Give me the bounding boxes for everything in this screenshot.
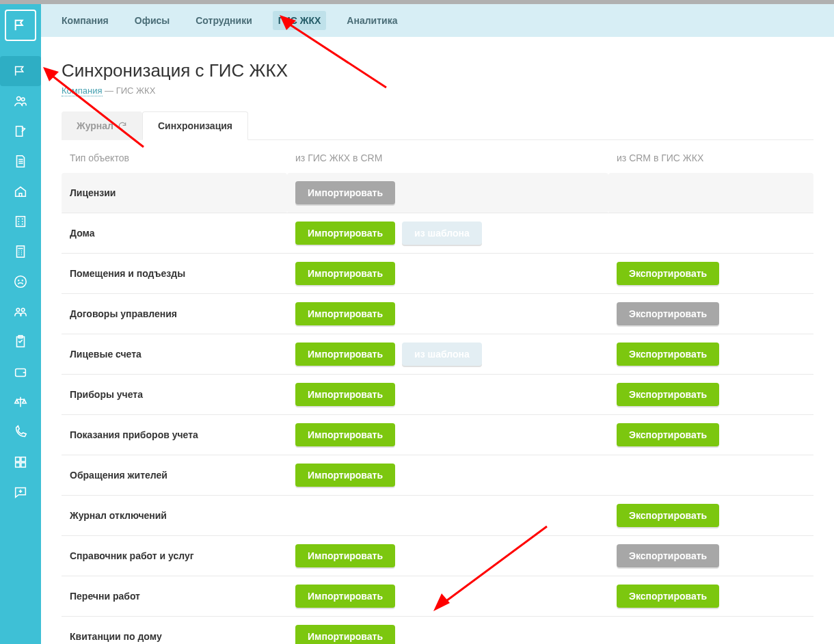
table-row: ЛицензииИмпортировать bbox=[62, 173, 813, 213]
import-button[interactable]: Импортировать bbox=[295, 222, 395, 245]
topnav-аналитика[interactable]: Аналитика bbox=[341, 11, 403, 30]
left-rail bbox=[0, 4, 41, 644]
col-import: из ГИС ЖКХ в CRM bbox=[287, 140, 608, 173]
template-button[interactable]: из шаблона bbox=[402, 222, 482, 245]
svg-point-5 bbox=[18, 280, 19, 281]
sync-table: Тип объектов из ГИС ЖКХ в CRM из CRM в Г… bbox=[62, 140, 813, 644]
table-row: Журнал отключенийЭкспортировать bbox=[62, 496, 813, 536]
tabs: ЖурналСинхронизация bbox=[62, 111, 813, 140]
svg-point-0 bbox=[17, 97, 21, 101]
svg-rect-14 bbox=[16, 463, 20, 467]
rail-document-icon[interactable] bbox=[0, 146, 41, 176]
export-button: Экспортировать bbox=[617, 544, 719, 567]
row-name: Перечни работ bbox=[62, 576, 287, 617]
top-shade bbox=[0, 0, 834, 4]
svg-rect-2 bbox=[16, 217, 25, 227]
table-row: Обращения жителейИмпортировать bbox=[62, 455, 813, 496]
breadcrumb: Компания — ГИС ЖКХ bbox=[62, 85, 813, 96]
import-button[interactable]: Импортировать bbox=[295, 383, 395, 406]
row-name: Справочник работ и услуг bbox=[62, 536, 287, 576]
refresh-icon bbox=[118, 121, 127, 131]
import-button: Импортировать bbox=[295, 181, 395, 204]
table-row: Квитанции по домуИмпортировать bbox=[62, 617, 813, 645]
page-body: Синхронизация с ГИС ЖКХ Компания — ГИС Ж… bbox=[41, 37, 834, 644]
page-title: Синхронизация с ГИС ЖКХ bbox=[62, 60, 813, 81]
export-button[interactable]: Экспортировать bbox=[617, 262, 719, 285]
rail-dashboard-icon[interactable] bbox=[0, 447, 41, 477]
rail-house-icon[interactable] bbox=[0, 176, 41, 206]
topnav-компания[interactable]: Компания bbox=[56, 11, 114, 30]
table-row: Перечни работИмпортироватьЭкспортировать bbox=[62, 576, 813, 617]
import-button[interactable]: Импортировать bbox=[295, 423, 395, 446]
import-button[interactable]: Импортировать bbox=[295, 343, 395, 366]
rail-company-icon[interactable] bbox=[0, 56, 41, 86]
template-button[interactable]: из шаблона bbox=[402, 343, 482, 366]
export-button[interactable]: Экспортировать bbox=[617, 585, 719, 608]
rail-calculator-icon[interactable] bbox=[0, 237, 41, 267]
app-logo[interactable] bbox=[5, 10, 36, 41]
row-name: Квитанции по дому bbox=[62, 617, 287, 645]
table-row: Лицевые счетаИмпортироватьиз шаблонаЭксп… bbox=[62, 334, 813, 375]
rail-people-icon[interactable] bbox=[0, 297, 41, 327]
svg-rect-12 bbox=[16, 457, 20, 461]
breadcrumb-current: ГИС ЖКХ bbox=[116, 85, 156, 96]
import-button[interactable]: Импортировать bbox=[295, 302, 395, 325]
table-row: Договоры управленияИмпортироватьЭкспорти… bbox=[62, 294, 813, 334]
row-name: Приборы учета bbox=[62, 375, 287, 415]
import-button[interactable]: Импортировать bbox=[295, 585, 395, 608]
svg-rect-13 bbox=[21, 457, 25, 461]
top-nav: КомпанияОфисыСотрудникиГИС ЖКХАналитика bbox=[41, 4, 834, 37]
rail-wallet-icon[interactable] bbox=[0, 357, 41, 387]
breadcrumb-link[interactable]: Компания bbox=[62, 85, 103, 96]
rail-building-icon[interactable] bbox=[0, 206, 41, 237]
svg-point-6 bbox=[22, 280, 23, 281]
rail-sad-face-icon[interactable] bbox=[0, 267, 41, 297]
app-root: КомпанияОфисыСотрудникиГИС ЖКХАналитика … bbox=[0, 0, 834, 644]
row-name: Лицензии bbox=[62, 173, 287, 213]
row-name: Журнал отключений bbox=[62, 496, 287, 536]
import-button[interactable]: Импортировать bbox=[295, 625, 395, 644]
row-name: Дома bbox=[62, 213, 287, 254]
export-button[interactable]: Экспортировать bbox=[617, 423, 719, 446]
export-button[interactable]: Экспортировать bbox=[617, 504, 719, 527]
svg-point-8 bbox=[21, 308, 25, 312]
topnav-сотрудники[interactable]: Сотрудники bbox=[190, 11, 258, 30]
row-name: Помещения и подъезды bbox=[62, 254, 287, 294]
row-name: Лицевые счета bbox=[62, 334, 287, 375]
tab-журнал[interactable]: Журнал bbox=[62, 111, 142, 140]
topnav-офисы[interactable]: Офисы bbox=[129, 11, 176, 30]
import-button[interactable]: Импортировать bbox=[295, 464, 395, 487]
rail-clipboard-icon[interactable] bbox=[0, 327, 41, 357]
table-row: Помещения и подъездыИмпортироватьЭкспорт… bbox=[62, 254, 813, 294]
export-button: Экспортировать bbox=[617, 302, 719, 325]
rail-scale-icon[interactable] bbox=[0, 387, 41, 417]
table-row: ДомаИмпортироватьиз шаблона bbox=[62, 213, 813, 254]
svg-rect-15 bbox=[21, 463, 25, 467]
table-row: Приборы учетаИмпортироватьЭкспортировать bbox=[62, 375, 813, 415]
svg-point-4 bbox=[15, 276, 27, 288]
rail-phone-icon[interactable] bbox=[0, 417, 41, 447]
table-row: Справочник работ и услугИмпортироватьЭкс… bbox=[62, 536, 813, 576]
svg-point-7 bbox=[16, 308, 20, 312]
row-name: Обращения жителей bbox=[62, 455, 287, 496]
rail-compose-icon[interactable] bbox=[0, 116, 41, 146]
svg-rect-3 bbox=[17, 246, 25, 258]
col-export: из CRM в ГИС ЖКХ bbox=[608, 140, 813, 173]
table-row: Показания приборов учетаИмпортироватьЭкс… bbox=[62, 415, 813, 455]
tab-синхронизация[interactable]: Синхронизация bbox=[142, 111, 248, 140]
export-button[interactable]: Экспортировать bbox=[617, 383, 719, 406]
rail-chat-plus-icon[interactable] bbox=[0, 477, 41, 507]
content-area: КомпанияОфисыСотрудникиГИС ЖКХАналитика … bbox=[41, 0, 834, 644]
svg-point-1 bbox=[21, 98, 25, 101]
import-button[interactable]: Импортировать bbox=[295, 544, 395, 567]
import-button[interactable]: Импортировать bbox=[295, 262, 395, 285]
col-type: Тип объектов bbox=[62, 140, 287, 173]
export-button[interactable]: Экспортировать bbox=[617, 343, 719, 366]
row-name: Показания приборов учета bbox=[62, 415, 287, 455]
rail-users-icon[interactable] bbox=[0, 86, 41, 116]
topnav-гис жкх[interactable]: ГИС ЖКХ bbox=[273, 11, 327, 30]
row-name: Договоры управления bbox=[62, 294, 287, 334]
